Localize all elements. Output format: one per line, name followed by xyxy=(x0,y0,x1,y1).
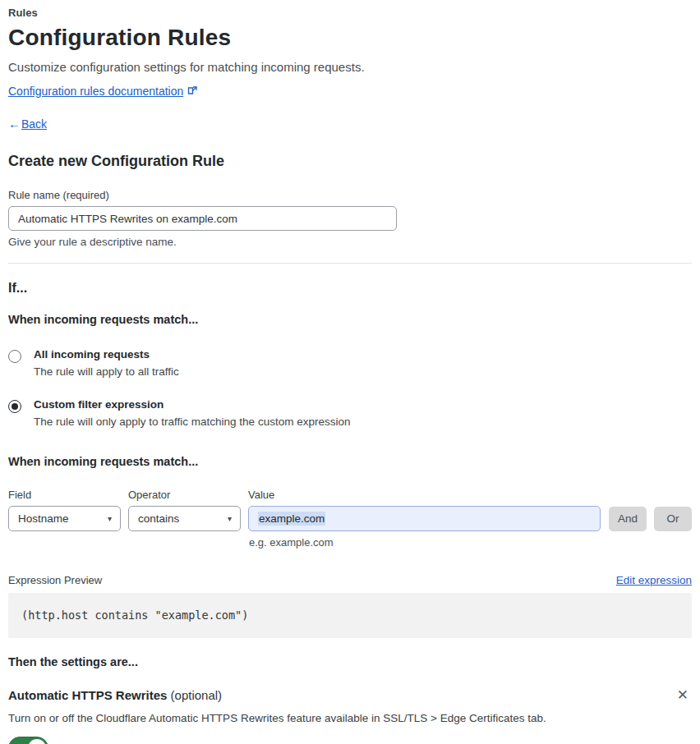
radio-option-all-requests[interactable]: All incoming requests The rule will appl… xyxy=(8,348,692,378)
radio-label: All incoming requests xyxy=(34,348,179,361)
page-subtitle: Customize configuration settings for mat… xyxy=(8,60,692,74)
then-settings-heading: Then the settings are... xyxy=(8,655,692,668)
operator-select-value: contains xyxy=(138,512,179,525)
edit-expression-link[interactable]: Edit expression xyxy=(616,574,692,586)
page-title: Configuration Rules xyxy=(8,25,692,51)
operator-select[interactable]: contains ▾ xyxy=(128,506,241,531)
or-button[interactable]: Or xyxy=(654,507,692,531)
external-link-icon[interactable] xyxy=(187,86,197,96)
expression-code: (http.host contains "example.com") xyxy=(21,609,248,622)
value-input-text: example.com xyxy=(258,512,325,526)
documentation-link[interactable]: Configuration rules documentation xyxy=(8,85,183,98)
value-input[interactable]: example.com xyxy=(248,506,601,531)
field-column-label: Field xyxy=(8,489,128,501)
radio-description: The rule will apply to all traffic xyxy=(34,365,179,378)
back-link[interactable]: ←Back xyxy=(8,117,47,131)
rule-name-label: Rule name (required) xyxy=(8,189,692,201)
radio-option-custom-filter[interactable]: Custom filter expression The rule will o… xyxy=(8,398,692,428)
close-icon[interactable]: ✕ xyxy=(674,687,692,704)
chevron-down-icon: ▾ xyxy=(108,514,112,523)
operator-column-label: Operator xyxy=(128,489,248,501)
toggle-knob xyxy=(28,739,46,744)
chevron-down-icon: ▾ xyxy=(228,514,232,523)
radio-label: Custom filter expression xyxy=(34,398,350,411)
https-rewrites-toggle[interactable]: ✓ xyxy=(8,737,48,744)
if-heading: If... xyxy=(8,281,692,296)
back-link-label: Back xyxy=(21,117,47,131)
radio-button-selected[interactable] xyxy=(8,400,21,413)
expression-preview-label: Expression Preview xyxy=(8,574,102,586)
setting-title: Automatic HTTPS Rewrites xyxy=(8,688,167,702)
create-rule-heading: Create new Configuration Rule xyxy=(8,153,692,170)
expression-code-block: (http.host contains "example.com") xyxy=(8,593,692,638)
field-select[interactable]: Hostname ▾ xyxy=(8,506,121,531)
radio-button-unselected[interactable] xyxy=(8,350,21,363)
rule-name-input[interactable] xyxy=(8,206,397,231)
value-hint: e.g. example.com xyxy=(249,536,692,549)
documentation-link-label: Configuration rules documentation xyxy=(8,85,183,98)
rule-name-helper: Give your rule a descriptive name. xyxy=(8,236,692,248)
back-arrow-icon: ← xyxy=(8,117,21,131)
value-column-label: Value xyxy=(248,489,274,501)
and-button[interactable]: And xyxy=(609,507,647,531)
setting-optional-label: (optional) xyxy=(171,688,223,702)
setting-description: Turn on or off the Cloudflare Automatic … xyxy=(8,712,692,724)
filter-builder-heading: When incoming requests match... xyxy=(8,455,692,468)
section-divider xyxy=(8,263,692,264)
radio-description: The rule will only apply to traffic matc… xyxy=(34,416,350,428)
breadcrumb: Rules xyxy=(8,7,692,19)
field-select-value: Hostname xyxy=(18,512,69,525)
match-heading: When incoming requests match... xyxy=(8,313,692,326)
